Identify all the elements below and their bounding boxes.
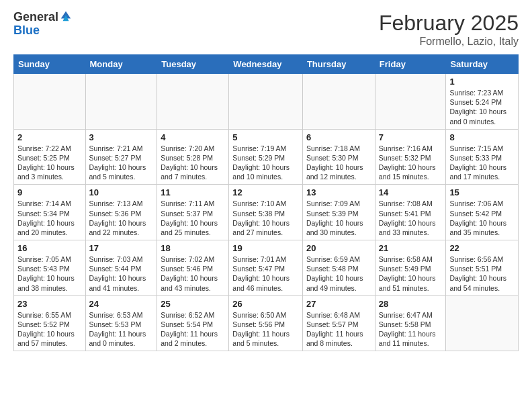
col-friday: Friday — [375, 55, 446, 74]
calendar-cell: 9Sunrise: 7:14 AM Sunset: 5:34 PM Daylig… — [14, 185, 86, 240]
day-info: Sunrise: 7:02 AM Sunset: 5:46 PM Dayligh… — [161, 255, 225, 293]
day-info: Sunrise: 7:23 AM Sunset: 5:24 PM Dayligh… — [449, 88, 515, 126]
calendar-cell: 5Sunrise: 7:19 AM Sunset: 5:29 PM Daylig… — [229, 129, 303, 185]
col-tuesday: Tuesday — [157, 55, 229, 74]
calendar-cell — [446, 295, 519, 351]
logo-blue-text: Blue — [13, 24, 72, 38]
day-number: 21 — [379, 243, 443, 253]
calendar-cell: 28Sunrise: 6:47 AM Sunset: 5:58 PM Dayli… — [375, 295, 446, 351]
day-info: Sunrise: 7:22 AM Sunset: 5:25 PM Dayligh… — [17, 144, 82, 182]
day-number: 26 — [232, 299, 299, 309]
calendar-cell: 26Sunrise: 6:50 AM Sunset: 5:56 PM Dayli… — [229, 295, 303, 351]
logo-general-text: General — [13, 11, 58, 24]
day-info: Sunrise: 7:14 AM Sunset: 5:34 PM Dayligh… — [17, 199, 82, 237]
day-info: Sunrise: 6:50 AM Sunset: 5:56 PM Dayligh… — [232, 310, 299, 349]
calendar-week-2: 2Sunrise: 7:22 AM Sunset: 5:25 PM Daylig… — [14, 129, 519, 185]
day-info: Sunrise: 7:20 AM Sunset: 5:28 PM Dayligh… — [161, 144, 225, 182]
calendar-week-1: 1Sunrise: 7:23 AM Sunset: 5:24 PM Daylig… — [14, 74, 519, 130]
calendar-week-3: 9Sunrise: 7:14 AM Sunset: 5:34 PM Daylig… — [14, 185, 519, 240]
day-info: Sunrise: 7:08 AM Sunset: 5:41 PM Dayligh… — [379, 199, 443, 237]
calendar-cell — [302, 74, 375, 130]
day-info: Sunrise: 6:47 AM Sunset: 5:58 PM Dayligh… — [379, 310, 443, 349]
day-info: Sunrise: 7:11 AM Sunset: 5:37 PM Dayligh… — [161, 199, 225, 237]
calendar-cell: 19Sunrise: 7:01 AM Sunset: 5:47 PM Dayli… — [229, 240, 303, 296]
day-number: 9 — [17, 187, 82, 197]
day-info: Sunrise: 6:56 AM Sunset: 5:51 PM Dayligh… — [449, 255, 515, 293]
day-info: Sunrise: 7:05 AM Sunset: 5:43 PM Dayligh… — [17, 255, 82, 293]
calendar-cell: 4Sunrise: 7:20 AM Sunset: 5:28 PM Daylig… — [157, 129, 229, 185]
day-info: Sunrise: 6:55 AM Sunset: 5:52 PM Dayligh… — [17, 310, 82, 349]
day-number: 10 — [89, 187, 154, 197]
day-number: 14 — [379, 187, 443, 197]
day-info: Sunrise: 7:03 AM Sunset: 5:44 PM Dayligh… — [89, 255, 154, 293]
day-number: 12 — [232, 187, 299, 197]
day-number: 5 — [232, 132, 299, 142]
day-number: 17 — [89, 243, 154, 253]
calendar-cell: 21Sunrise: 6:58 AM Sunset: 5:49 PM Dayli… — [375, 240, 446, 296]
calendar-cell: 11Sunrise: 7:11 AM Sunset: 5:37 PM Dayli… — [157, 185, 229, 240]
calendar-cell: 24Sunrise: 6:53 AM Sunset: 5:53 PM Dayli… — [85, 295, 157, 351]
day-number: 25 — [161, 299, 225, 309]
day-number: 18 — [161, 243, 225, 253]
calendar-week-4: 16Sunrise: 7:05 AM Sunset: 5:43 PM Dayli… — [14, 240, 519, 296]
calendar-table: Sunday Monday Tuesday Wednesday Thursday… — [13, 54, 519, 351]
calendar-cell: 13Sunrise: 7:09 AM Sunset: 5:39 PM Dayli… — [302, 185, 375, 240]
day-number: 27 — [306, 299, 371, 309]
calendar-subtitle: Formello, Lazio, Italy — [379, 36, 519, 48]
day-info: Sunrise: 6:58 AM Sunset: 5:49 PM Dayligh… — [379, 255, 443, 293]
calendar-header-row: Sunday Monday Tuesday Wednesday Thursday… — [14, 55, 519, 74]
day-number: 3 — [89, 132, 154, 142]
day-number: 19 — [232, 243, 299, 253]
day-info: Sunrise: 7:13 AM Sunset: 5:36 PM Dayligh… — [89, 199, 154, 237]
col-thursday: Thursday — [302, 55, 375, 74]
day-number: 15 — [449, 187, 515, 197]
calendar-cell: 3Sunrise: 7:21 AM Sunset: 5:27 PM Daylig… — [85, 129, 157, 185]
col-sunday: Sunday — [14, 55, 86, 74]
calendar-cell: 25Sunrise: 6:52 AM Sunset: 5:54 PM Dayli… — [157, 295, 229, 351]
title-block: February 2025 Formello, Lazio, Italy — [379, 11, 519, 48]
col-wednesday: Wednesday — [229, 55, 303, 74]
calendar-cell — [14, 74, 86, 130]
calendar-cell: 15Sunrise: 7:06 AM Sunset: 5:42 PM Dayli… — [446, 185, 519, 240]
calendar-week-5: 23Sunrise: 6:55 AM Sunset: 5:52 PM Dayli… — [14, 295, 519, 351]
day-info: Sunrise: 7:15 AM Sunset: 5:33 PM Dayligh… — [449, 144, 515, 182]
calendar-cell: 1Sunrise: 7:23 AM Sunset: 5:24 PM Daylig… — [446, 74, 519, 130]
day-number: 22 — [449, 243, 515, 253]
day-number: 1 — [449, 77, 515, 87]
col-monday: Monday — [85, 55, 157, 74]
logo: General Blue — [13, 11, 72, 38]
calendar-cell: 23Sunrise: 6:55 AM Sunset: 5:52 PM Dayli… — [14, 295, 86, 351]
logo-icon — [60, 10, 72, 22]
calendar-cell — [229, 74, 303, 130]
calendar-cell: 14Sunrise: 7:08 AM Sunset: 5:41 PM Dayli… — [375, 185, 446, 240]
day-number: 28 — [379, 299, 443, 309]
day-number: 24 — [89, 299, 154, 309]
col-saturday: Saturday — [446, 55, 519, 74]
day-number: 7 — [379, 132, 443, 142]
day-number: 13 — [306, 187, 371, 197]
day-info: Sunrise: 7:18 AM Sunset: 5:30 PM Dayligh… — [306, 144, 371, 182]
day-info: Sunrise: 7:09 AM Sunset: 5:39 PM Dayligh… — [306, 199, 371, 237]
day-number: 4 — [161, 132, 225, 142]
header: General Blue February 2025 Formello, Laz… — [13, 11, 519, 48]
calendar-cell: 6Sunrise: 7:18 AM Sunset: 5:30 PM Daylig… — [302, 129, 375, 185]
calendar-cell — [85, 74, 157, 130]
day-info: Sunrise: 7:19 AM Sunset: 5:29 PM Dayligh… — [232, 144, 299, 182]
day-number: 23 — [17, 299, 82, 309]
day-number: 6 — [306, 132, 371, 142]
day-info: Sunrise: 7:21 AM Sunset: 5:27 PM Dayligh… — [89, 144, 154, 182]
day-info: Sunrise: 7:06 AM Sunset: 5:42 PM Dayligh… — [449, 199, 515, 237]
day-info: Sunrise: 7:10 AM Sunset: 5:38 PM Dayligh… — [232, 199, 299, 237]
day-info: Sunrise: 6:53 AM Sunset: 5:53 PM Dayligh… — [89, 310, 154, 349]
day-info: Sunrise: 6:48 AM Sunset: 5:57 PM Dayligh… — [306, 310, 371, 349]
day-number: 20 — [306, 243, 371, 253]
calendar-cell: 2Sunrise: 7:22 AM Sunset: 5:25 PM Daylig… — [14, 129, 86, 185]
calendar-cell — [157, 74, 229, 130]
calendar-cell: 20Sunrise: 6:59 AM Sunset: 5:48 PM Dayli… — [302, 240, 375, 296]
day-number: 11 — [161, 187, 225, 197]
day-number: 8 — [449, 132, 515, 142]
day-number: 2 — [17, 132, 82, 142]
day-number: 16 — [17, 243, 82, 253]
calendar-cell: 10Sunrise: 7:13 AM Sunset: 5:36 PM Dayli… — [85, 185, 157, 240]
calendar-cell — [375, 74, 446, 130]
